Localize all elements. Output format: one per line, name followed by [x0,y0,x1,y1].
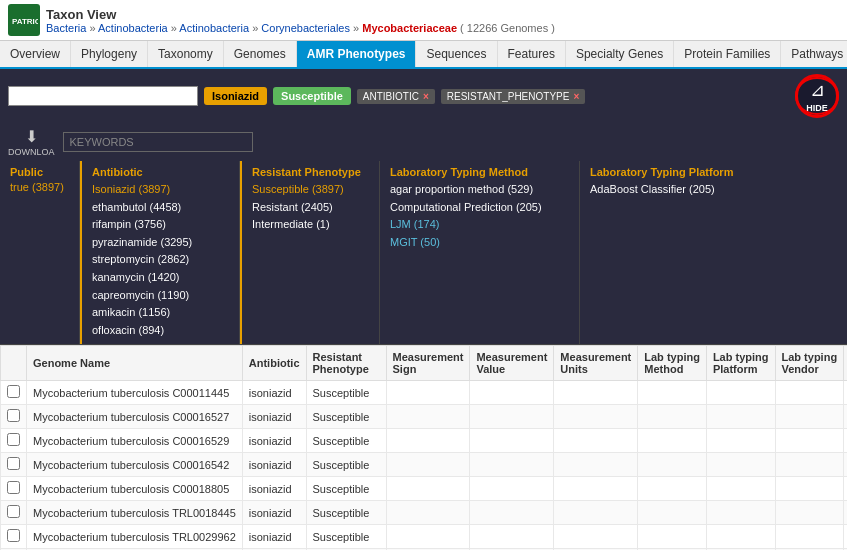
cell-measurement-value [470,381,554,405]
facet-antibiotic-rifampin[interactable]: rifampin (3756) [92,216,229,234]
col-header-check [1,346,27,381]
tab-protein-families[interactable]: Protein Families [674,41,781,67]
cell-lab-typing-platform [706,453,775,477]
facet-antibiotic-ethambutol[interactable]: ethambutol (4458) [92,199,229,217]
facet-computational-prediction[interactable]: Computational Prediction (205) [390,199,569,217]
remove-antibiotic-filter[interactable]: × [423,91,429,102]
cell-lab-typing-method [638,501,707,525]
row-checkbox[interactable] [7,529,20,542]
cell-lab-typing-platform [706,405,775,429]
row-checkbox[interactable] [7,505,20,518]
cell-measurement-sign [386,381,470,405]
filter-badge-susceptible: Susceptible [273,87,351,105]
facet-resistant[interactable]: Resistant (2405) [252,199,369,217]
facet-antibiotic-pyrazinamide[interactable]: pyrazinamide (3295) [92,234,229,252]
hide-label: HIDE [806,103,828,113]
col-header-lab-typing-platform[interactable]: Lab typingPlatform [706,346,775,381]
cell-lab-typing-vendor [775,381,844,405]
cell-lab-typing-vendor [775,429,844,453]
row-checkbox-cell[interactable] [1,477,27,501]
tab-sequences[interactable]: Sequences [416,41,497,67]
cell-measurement-units [554,501,638,525]
row-checkbox[interactable] [7,433,20,446]
tab-taxonomy[interactable]: Taxonomy [148,41,224,67]
app-title: Taxon View [46,7,555,22]
facet-antibiotic-ofloxacin[interactable]: ofloxacin (894) [92,322,229,340]
tab-features[interactable]: Features [498,41,566,67]
cell-resistant-phenotype: Susceptible [306,429,386,453]
filter-search-input[interactable] [8,86,198,106]
data-table-wrapper: Genome Name Antibiotic ResistantPhenotyp… [0,345,847,550]
cell-measurement-units [554,381,638,405]
facet-adaboost[interactable]: AdaBoost Classifier (205) [590,181,837,199]
cell-measurement-value [470,405,554,429]
cell-measurement-value [470,477,554,501]
col-header-measurement-units[interactable]: MeasurementUnits [554,346,638,381]
tab-specialty-genes[interactable]: Specialty Genes [566,41,674,67]
row-checkbox[interactable] [7,409,20,422]
cell-lab-typing-version [844,453,847,477]
download-button[interactable]: ⬇ DOWNLOA [8,127,55,157]
tab-amr-phenotypes[interactable]: AMR Phenotypes [297,41,417,67]
cell-lab-typing-version [844,429,847,453]
col-header-lab-typing-method[interactable]: Lab typingMethod [638,346,707,381]
facet-agar-proportion[interactable]: agar proportion method (529) [390,181,569,199]
row-checkbox[interactable] [7,385,20,398]
cell-lab-typing-method [638,453,707,477]
col-header-antibiotic[interactable]: Antibiotic [242,346,306,381]
facet-antibiotic-kanamycin[interactable]: kanamycin (1420) [92,269,229,287]
row-checkbox-cell[interactable] [1,429,27,453]
tab-phylogeny[interactable]: Phylogeny [71,41,148,67]
col-header-resistant-phenotype[interactable]: ResistantPhenotype [306,346,386,381]
download-icon: ⬇ [25,127,38,146]
cell-lab-typing-version [844,405,847,429]
col-header-lab-typing-vendor[interactable]: Lab typingVendor [775,346,844,381]
cell-measurement-units [554,525,638,549]
cell-genome-name: Mycobacterium tuberculosis C00018805 [27,477,243,501]
tab-genomes[interactable]: Genomes [224,41,297,67]
col-header-genome-name[interactable]: Genome Name [27,346,243,381]
facet-public-item-true[interactable]: true (3897) [10,181,69,193]
svg-text:PATRIC: PATRIC [12,17,38,26]
col-header-measurement-sign[interactable]: MeasurementSign [386,346,470,381]
filter-tag-antibiotic[interactable]: ANTIBIOTIC × [357,89,435,104]
facet-mgit[interactable]: MGIT (50) [390,234,569,252]
facet-susceptible[interactable]: Susceptible (3897) [252,181,369,199]
facet-antibiotic-streptomycin[interactable]: streptomycin (2862) [92,251,229,269]
table-row: Mycobacterium tuberculosis TRL0018445 is… [1,501,848,525]
filter-tag-resistant-phenotype[interactable]: RESISTANT_PHENOTYPE × [441,89,585,104]
cell-genome-name: Mycobacterium tuberculosis C00011445 [27,381,243,405]
facet-public-header: Public [10,166,69,178]
row-checkbox[interactable] [7,481,20,494]
row-checkbox-cell[interactable] [1,381,27,405]
facet-antibiotic-capreomycin[interactable]: capreomycin (1190) [92,287,229,305]
facet-antibiotic-amikacin[interactable]: amikacin (1156) [92,304,229,322]
tab-pathways[interactable]: Pathways [781,41,847,67]
cell-lab-typing-platform [706,525,775,549]
cell-antibiotic: isoniazid [242,453,306,477]
cell-measurement-units [554,453,638,477]
table-row: Mycobacterium tuberculosis C00011445 iso… [1,381,848,405]
row-checkbox-cell[interactable] [1,453,27,477]
keywords-input-box[interactable]: KEYWORDS [63,132,253,152]
row-checkbox[interactable] [7,457,20,470]
row-checkbox-cell[interactable] [1,525,27,549]
cell-lab-typing-vendor [775,477,844,501]
facet-lab-typing-method-header: Laboratory Typing Method [390,166,569,178]
col-header-measurement-value[interactable]: MeasurementValue [470,346,554,381]
cell-resistant-phenotype: Susceptible [306,405,386,429]
cell-lab-typing-method [638,525,707,549]
cell-lab-typing-version [844,501,847,525]
hide-filters-button[interactable]: ⊿ HIDE [795,74,839,118]
cell-lab-typing-vendor [775,501,844,525]
facet-intermediate[interactable]: Intermediate (1) [252,216,369,234]
tab-overview[interactable]: Overview [0,41,71,67]
facet-ljm[interactable]: LJM (174) [390,216,569,234]
cell-measurement-value [470,501,554,525]
row-checkbox-cell[interactable] [1,501,27,525]
cell-measurement-value [470,429,554,453]
remove-resistant-phenotype-filter[interactable]: × [573,91,579,102]
col-header-lab-typing-version[interactable]: Lab typingVersion [844,346,847,381]
facet-antibiotic-isoniazid[interactable]: Isoniazid (3897) [92,181,229,199]
row-checkbox-cell[interactable] [1,405,27,429]
